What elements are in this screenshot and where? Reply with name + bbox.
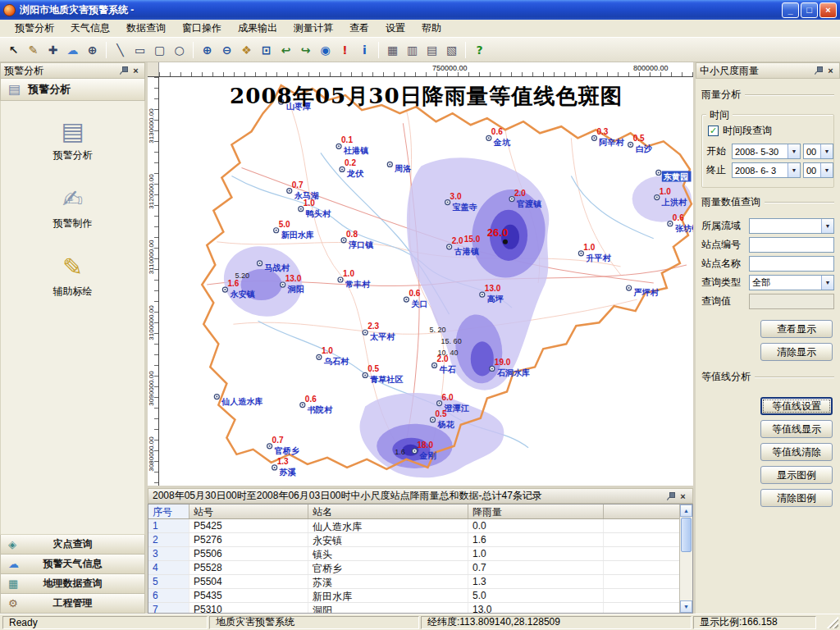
view-previous-tool[interactable]: ↩ [276, 40, 295, 59]
print-preview-tool[interactable]: ▧ [442, 40, 461, 59]
end-hour-select[interactable]: 00 ▼ [803, 162, 833, 178]
chevron-down-icon[interactable]: ▼ [821, 276, 833, 290]
chevron-down-icon[interactable]: ▼ [788, 144, 800, 158]
chevron-down-icon[interactable]: ▼ [820, 163, 833, 177]
map-canvas[interactable]: 山枣潭社港镇0.1龙伏0.2周洛金坑0.6阿辛村0.3白沙0.5永马湖0.7东黄… [159, 77, 693, 486]
alert-tool[interactable]: ! [336, 40, 354, 59]
scroll-down-icon[interactable]: ▼ [680, 600, 692, 613]
站点名称-input[interactable] [749, 256, 834, 272]
panel-bar-工程管理[interactable]: ⚙工程管理 [0, 594, 145, 614]
ruler-label: 3080000.00 [148, 432, 155, 477]
清除图例-button[interactable]: 清除图例 [760, 489, 833, 507]
tool-预警制作[interactable]: ✍预警制作 [28, 185, 118, 231]
pin-icon[interactable] [665, 491, 675, 501]
close-button[interactable]: × [819, 2, 837, 18]
站点编号-input[interactable] [749, 237, 834, 253]
tool-预警分析[interactable]: ▤预警分析 [28, 117, 118, 162]
start-date-select[interactable]: 2008- 5-30 ▼ [732, 144, 801, 159]
menu-item-预警分析[interactable]: 预警分析 [7, 19, 62, 38]
查询值-input[interactable] [749, 294, 834, 309]
close-icon[interactable]: × [825, 66, 836, 75]
start-hour-select[interactable]: 00 ▼ [803, 144, 833, 159]
export-tool[interactable]: ▦ [383, 40, 402, 59]
draw-roundrect-tool[interactable]: ▢ [150, 40, 169, 59]
minimize-button[interactable]: _ [782, 2, 799, 18]
panel-bar-预警天气信息[interactable]: ☁预警天气信息 [0, 555, 145, 574]
chevron-down-icon[interactable]: ▼ [788, 163, 800, 177]
edit-tool[interactable]: ✎ [24, 40, 43, 59]
station-value: 0.3 [596, 127, 608, 136]
maximize-button[interactable]: □ [801, 2, 818, 18]
等值线清除-button[interactable]: 等值线清除 [760, 443, 833, 461]
table-row[interactable]: 2P5276永安镇1.6 [148, 533, 679, 547]
等值线设置-button[interactable]: 等值线设置 [760, 397, 833, 415]
draw-ellipse-tool[interactable]: ○ [170, 40, 189, 59]
end-date-select[interactable]: 2008- 6- 3 ▼ [732, 162, 801, 178]
help-tool[interactable]: ? [470, 40, 489, 59]
crosshair-tool[interactable]: ✚ [43, 40, 62, 59]
table-row[interactable]: 1P5425仙人造水库0.0 [148, 519, 679, 533]
draw-ellipse-tool-icon: ○ [174, 44, 184, 56]
menu-item-查看[interactable]: 查看 [341, 19, 377, 38]
table-scrollbar[interactable]: ▲ ▼ [679, 504, 692, 613]
menu-item-设置[interactable]: 设置 [377, 19, 413, 38]
zoom-in-tool[interactable]: ⊕ [198, 40, 217, 59]
menu-item-帮助[interactable]: 帮助 [413, 19, 450, 38]
scroll-track[interactable] [680, 517, 692, 600]
globe-tool[interactable]: ◉ [316, 40, 335, 59]
draw-line-tool[interactable]: ╲ [111, 40, 130, 59]
table-row[interactable]: 7P5310洞阳13.0 [148, 603, 679, 613]
column-header-站号[interactable]: 站号 [189, 504, 308, 518]
scroll-up-icon[interactable]: ▲ [680, 504, 692, 517]
等值线显示-button[interactable]: 等值线显示 [760, 420, 833, 438]
清除显示-button[interactable]: 清除显示 [760, 343, 833, 361]
panel-bar-地理数据查询[interactable]: ▦地理数据查询 [0, 574, 145, 594]
menu-item-天气信息[interactable]: 天气信息 [62, 19, 118, 38]
zoom-out-tool[interactable]: ⊖ [217, 40, 236, 59]
tool-辅助标绘[interactable]: ✎辅助标绘 [28, 253, 118, 299]
select-tool[interactable]: ↖ [4, 40, 23, 59]
显示图例-button[interactable]: 显示图例 [760, 466, 833, 484]
chevron-down-icon[interactable]: ▼ [820, 144, 833, 158]
info-tool[interactable]: i [355, 40, 374, 59]
view-next-tool[interactable]: ↪ [296, 40, 315, 59]
menu-item-测量计算[interactable]: 测量计算 [285, 19, 341, 38]
table-row[interactable]: 6P5435新田水库5.0 [148, 589, 679, 603]
add-point-tool[interactable]: ⊕ [83, 40, 102, 59]
layout-tool[interactable]: ▥ [403, 40, 422, 59]
cloud-tool[interactable]: ☁ [63, 40, 82, 59]
column-header-降雨量[interactable]: 降雨量 [468, 504, 604, 518]
station-label: 牛石 [440, 365, 457, 374]
cell-filler [604, 603, 679, 613]
close-icon[interactable]: × [678, 491, 688, 501]
zoom-full-tool[interactable]: ⊡ [257, 40, 276, 59]
left-group-header[interactable]: ▤ 预警分析 [0, 79, 145, 101]
time-range-checkbox[interactable]: ✓ [708, 126, 719, 136]
pin-icon[interactable] [118, 66, 128, 75]
draw-rect-tool[interactable]: ▭ [130, 40, 149, 59]
所属流域-select[interactable]: ▼ [749, 218, 834, 234]
close-icon[interactable]: × [130, 66, 141, 75]
station-仙人造水库[interactable]: 仙人造水库 [214, 395, 262, 406]
help-tool-icon: ? [476, 44, 482, 56]
resize-grip[interactable] [827, 617, 838, 628]
查询类型-select[interactable]: 全部▼ [749, 275, 834, 290]
table-row[interactable]: 3P5506镇头1.0 [148, 547, 679, 561]
scroll-thumb[interactable] [681, 518, 692, 552]
panel-bar-灾点查询[interactable]: ◈灾点查询 [0, 535, 145, 555]
查看显示-button[interactable]: 查看显示 [760, 320, 833, 338]
column-header-站名[interactable]: 站名 [308, 504, 468, 518]
map-svg[interactable]: 山枣潭社港镇0.1龙伏0.2周洛金坑0.6阿辛村0.3白沙0.5永马湖0.7东黄… [159, 77, 693, 486]
pan-tool[interactable]: ❖ [237, 40, 256, 59]
column-header-序号[interactable]: 序号 [148, 504, 189, 518]
table-row[interactable]: 5P5504苏溪1.3 [148, 575, 679, 589]
menu-item-窗口操作[interactable]: 窗口操作 [174, 19, 230, 38]
table-row[interactable]: 4P5528官桥乡0.7 [148, 561, 679, 575]
print-tool[interactable]: ▤ [422, 40, 441, 59]
chevron-down-icon[interactable]: ▼ [821, 219, 833, 233]
menu-item-数据查询[interactable]: 数据查询 [118, 19, 174, 38]
pin-icon[interactable] [813, 66, 823, 75]
menu-item-成果输出[interactable]: 成果输出 [230, 19, 285, 38]
station-label: 乌石村 [323, 357, 349, 366]
rain-query-label: 雨量数值查询 [701, 195, 760, 209]
